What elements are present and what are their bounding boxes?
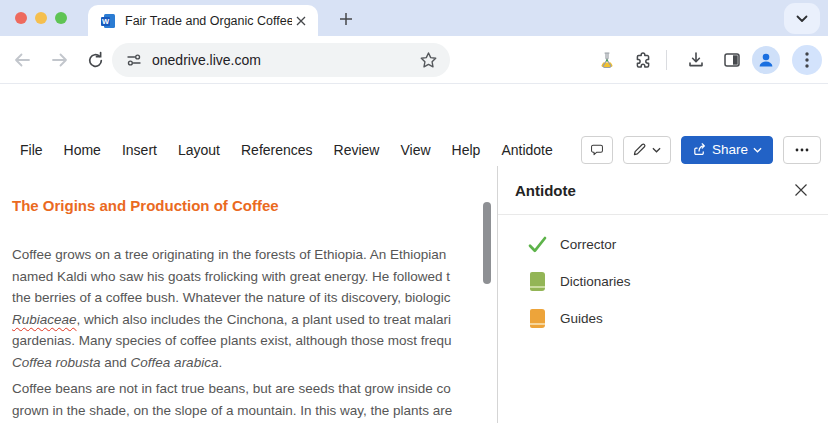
menu-tab-insert[interactable]: Insert xyxy=(122,142,157,158)
url-text: onedrive.live.com xyxy=(152,52,419,68)
tab-close-button[interactable] xyxy=(292,12,310,30)
guides-book-icon xyxy=(528,309,547,328)
comments-button[interactable] xyxy=(581,136,613,164)
menu-tab-antidote[interactable]: Antidote xyxy=(501,142,552,158)
corrector-check-icon xyxy=(528,236,547,253)
toolbar-divider xyxy=(666,50,667,70)
minimize-window-button[interactable] xyxy=(35,12,47,24)
downloads-icon[interactable] xyxy=(684,48,708,72)
document-paragraph-2: Coffee beans are not in fact true beans,… xyxy=(12,378,486,421)
reload-icon xyxy=(86,51,105,70)
doc-line: named Kaldi who saw his goats frolicking… xyxy=(12,266,486,288)
close-icon xyxy=(794,183,808,197)
close-window-button[interactable] xyxy=(15,12,27,24)
menu-tab-help[interactable]: Help xyxy=(452,142,481,158)
menu-tab-file[interactable]: File xyxy=(20,142,43,158)
tab-title: Fair Trade and Organic Coffee xyxy=(125,14,292,28)
reload-button[interactable] xyxy=(83,48,107,72)
dictionaries-book-icon xyxy=(528,272,547,291)
svg-text:W: W xyxy=(102,17,110,26)
menu-tab-layout[interactable]: Layout xyxy=(178,142,220,158)
tab-search-button[interactable] xyxy=(784,3,820,34)
document-canvas[interactable]: The Origins and Production of Coffee Cof… xyxy=(0,166,497,423)
arrow-right-icon xyxy=(50,50,70,70)
document-heading: The Origins and Production of Coffee xyxy=(12,197,279,214)
doc-line: gardenias. Many species of coffee plants… xyxy=(12,330,486,352)
menu-tab-references[interactable]: References xyxy=(241,142,313,158)
doc-line: Coffee grows on a tree originating in th… xyxy=(12,244,486,266)
chevron-down-icon xyxy=(753,147,762,153)
antidote-item-corrector[interactable]: Corrector xyxy=(498,228,828,260)
forward-button[interactable] xyxy=(48,48,72,72)
misspelled-word: Rubiaceae xyxy=(12,312,77,327)
share-button[interactable]: Share xyxy=(681,136,773,164)
browser-profile-avatar[interactable] xyxy=(752,46,780,74)
antidote-item-label: Dictionaries xyxy=(560,274,631,289)
comment-icon xyxy=(590,141,604,158)
browser-tab[interactable]: W Fair Trade and Organic Coffee xyxy=(88,5,318,36)
kebab-menu-icon xyxy=(805,52,809,68)
back-button[interactable] xyxy=(10,48,34,72)
antidote-item-label: Guides xyxy=(560,311,603,326)
word-favicon-icon: W xyxy=(100,13,116,29)
doc-line: Coffee beans are not in fact true beans,… xyxy=(12,378,486,400)
flask-extension-icon[interactable] xyxy=(595,48,619,72)
document-scrollbar[interactable] xyxy=(483,202,491,284)
panel-title: Antidote xyxy=(515,182,576,199)
ellipsis-icon xyxy=(795,148,809,152)
browser-toolbar: onedrive.live.com xyxy=(0,36,828,84)
ribbon-menu-bar: File Home Insert Layout References Revie… xyxy=(0,133,828,166)
menu-tab-home[interactable]: Home xyxy=(64,142,101,158)
screen: W Fair Trade and Organic Coffee xyxy=(0,0,828,423)
editing-mode-button[interactable] xyxy=(623,136,671,164)
word-app-header: W Fair Trade and Organic Coffee Producti… xyxy=(0,84,828,133)
side-panel-icon[interactable] xyxy=(720,48,744,72)
share-icon xyxy=(692,142,707,157)
share-button-label: Share xyxy=(712,142,748,157)
extensions-icon[interactable] xyxy=(631,48,655,72)
panel-close-button[interactable] xyxy=(790,179,812,201)
document-paragraph-1: Coffee grows on a tree originating in th… xyxy=(12,244,486,373)
more-options-button[interactable] xyxy=(783,136,821,164)
antidote-item-dictionaries[interactable]: Dictionaries xyxy=(498,265,828,297)
tab-strip: W Fair Trade and Organic Coffee xyxy=(0,0,828,36)
new-tab-button[interactable] xyxy=(334,7,358,31)
person-icon xyxy=(757,51,775,69)
arrow-left-icon xyxy=(12,50,32,70)
antidote-item-label: Corrector xyxy=(560,237,616,252)
bookmark-star-icon[interactable] xyxy=(419,51,438,70)
menu-tab-review[interactable]: Review xyxy=(334,142,380,158)
antidote-panel: Antidote Corrector Dictionaries Guides xyxy=(498,166,828,423)
antidote-item-guides[interactable]: Guides xyxy=(498,302,828,334)
zoom-window-button[interactable] xyxy=(55,12,67,24)
address-bar[interactable]: onedrive.live.com xyxy=(112,43,450,77)
doc-line: Rubiaceae, which also includes the Cinch… xyxy=(12,309,486,331)
doc-line: Coffea robusta and Coffea arabica. xyxy=(12,352,486,374)
chevron-down-icon xyxy=(652,147,661,153)
menu-tab-view[interactable]: View xyxy=(400,142,430,158)
site-settings-icon[interactable] xyxy=(126,52,142,68)
doc-line: the berries of a coffee bush. Whatever t… xyxy=(12,287,486,309)
pencil-icon xyxy=(632,142,647,157)
doc-line: grown in the shade, on the slope of a mo… xyxy=(12,400,486,422)
antidote-panel-header: Antidote xyxy=(498,166,828,215)
browser-menu-button[interactable] xyxy=(792,45,822,75)
